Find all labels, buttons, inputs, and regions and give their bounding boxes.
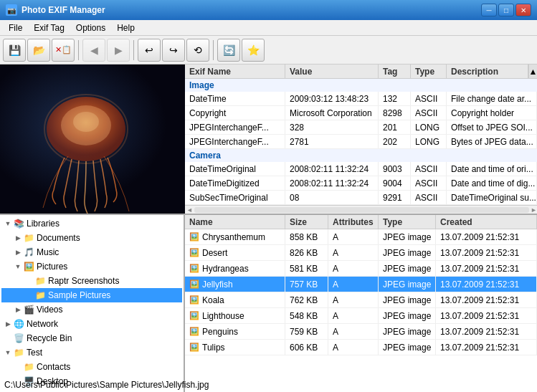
music-icon: 🎵 — [23, 247, 34, 258]
file-row[interactable]: 🖼️ Chrysanthemum 858 KB A JPEG image 13.… — [185, 229, 537, 245]
tree-label: Test — [27, 348, 42, 358]
rotate-right-button[interactable]: ↪ — [162, 39, 185, 62]
exif-desc-cell: Offset to JPEG SOI... — [447, 120, 537, 134]
expand-network[interactable]: ▶ — [3, 320, 13, 328]
file-body[interactable]: 🖼️ Chrysanthemum 858 KB A JPEG image 13.… — [185, 229, 537, 392]
file-col-type[interactable]: Type — [379, 215, 436, 229]
file-panel: Name Size Attributes Type Created 🖼️ Chr… — [185, 215, 537, 392]
menu-file[interactable]: File — [3, 21, 28, 34]
file-type-cell: JPEG image — [379, 229, 436, 244]
exif-scroll-up[interactable]: ▲ — [528, 64, 537, 78]
file-row[interactable]: 🖼️ Hydrangeas 581 KB A JPEG image 13.07.… — [185, 261, 537, 277]
tree-item-network[interactable]: ▶ 🌐 Network — [1, 317, 182, 331]
tree-item-libraries[interactable]: ▼ 📚 Libraries — [1, 216, 182, 231]
exif-name-cell: DateTimeDigitized — [185, 176, 285, 190]
sample-icon: 📁 — [34, 290, 46, 301]
exif-value-cell: 2008:02:11 11:32:24 — [285, 176, 379, 190]
open-folder-button[interactable]: 📂 — [27, 39, 50, 62]
file-name-cell: 🖼️ Chrysanthemum — [185, 229, 285, 244]
expand-libraries[interactable]: ▼ — [3, 220, 13, 227]
recycle-icon: 🗑️ — [13, 333, 24, 344]
file-header: Name Size Attributes Type Created — [185, 215, 537, 229]
expand-pictures[interactable]: ▼ — [13, 263, 23, 270]
exif-tag-cell: 132 — [379, 92, 411, 105]
exif-row-jpeg2[interactable]: JPEGInterchangeF... 2781 202 LONG Bytes … — [185, 135, 537, 149]
file-row[interactable]: 🖼️ Koala 762 KB A JPEG image 13.07.2009 … — [185, 292, 537, 308]
exif-name-cell: SubSecTimeOriginal — [185, 191, 285, 204]
exif-header: Exif Name Value Tag Type Description ▲ — [185, 64, 537, 79]
file-name-cell: 🖼️ Koala — [185, 292, 285, 307]
exif-row-dto[interactable]: DateTimeOriginal 2008:02:11 11:32:24 900… — [185, 162, 537, 176]
file-row[interactable]: 🖼️ Penguins 759 KB A JPEG image 13.07.20… — [185, 324, 537, 340]
rotate-left-button[interactable]: ↩ — [138, 39, 161, 62]
tree-item-videos[interactable]: ▶ 🎬 Videos — [1, 302, 182, 317]
exif-desc-cell: Bytes of JPEG data... — [447, 135, 537, 148]
videos-icon: 🎬 — [23, 304, 34, 315]
tree-item-recycle-bin[interactable]: ▶ 🗑️ Recycle Bin — [1, 331, 182, 345]
file-col-size[interactable]: Size — [285, 215, 328, 229]
tree-item-raptr[interactable]: ▶ 📁 Raptr Screenshots — [1, 274, 182, 288]
exif-name-cell: JPEGInterchangeF... — [185, 135, 285, 148]
toolbar-separator-2 — [133, 40, 134, 60]
prev-button[interactable]: ◀ — [82, 39, 105, 62]
tree-label: Libraries — [27, 219, 60, 229]
tree-item-test[interactable]: ▼ 📁 Test — [1, 345, 182, 360]
tree-panel[interactable]: ▼ 📚 Libraries ▶ 📁 Documents ▶ 🎵 Music ▼ … — [0, 215, 185, 392]
save-button[interactable]: 💾 — [3, 39, 26, 62]
exif-section-camera: Camera — [185, 149, 537, 162]
exif-value-cell: 2781 — [285, 135, 379, 148]
exif-desc-cell: Date and time of dig... — [447, 176, 537, 190]
tree-item-sample-pictures[interactable]: ▶ 📁 Sample Pictures — [1, 288, 182, 302]
edit-button[interactable]: ✕📋 — [52, 39, 75, 62]
file-row[interactable]: 🖼️ Lighthouse 548 KB A JPEG image 13.07.… — [185, 308, 537, 324]
reload-button[interactable]: ⟲ — [186, 39, 209, 62]
exif-row-datetime[interactable]: DateTime 2009:03:12 13:48:23 132 ASCII F… — [185, 92, 537, 106]
file-attr-cell: A — [328, 229, 379, 244]
file-name-cell: 🖼️ Penguins — [185, 324, 285, 339]
contacts-icon: 📁 — [23, 361, 34, 373]
raptr-icon: 📁 — [34, 275, 46, 287]
expand-documents[interactable]: ▶ — [13, 234, 23, 242]
close-button[interactable]: ✕ — [515, 4, 531, 16]
file-col-name[interactable]: Name — [185, 215, 285, 229]
file-row[interactable]: 🖼️ Desert 826 KB A JPEG image 13.07.2009… — [185, 245, 537, 261]
next-button[interactable]: ▶ — [107, 39, 130, 62]
exif-desc-cell: Copyright holder — [447, 106, 537, 120]
exif-hscroll[interactable]: ◄ ► — [185, 205, 537, 214]
tree-item-music[interactable]: ▶ 🎵 Music — [1, 245, 182, 259]
minimize-button[interactable]: ─ — [481, 4, 497, 16]
exif-body[interactable]: Image DateTime 2009:03:12 13:48:23 132 A… — [185, 79, 537, 205]
tree-label: Pictures — [37, 262, 67, 272]
exif-tag-cell: 8298 — [379, 106, 411, 120]
tree-item-pictures[interactable]: ▼ 🖼️ Pictures — [1, 259, 182, 274]
toolbar-separator-3 — [213, 40, 214, 60]
file-col-attr[interactable]: Attributes — [328, 215, 379, 229]
network-icon: 🌐 — [13, 318, 24, 330]
file-row[interactable]: 🖼️ Tulips 606 KB A JPEG image 13.07.2009… — [185, 340, 537, 355]
exif-col-type: Type — [411, 64, 447, 78]
test-icon: 📁 — [13, 347, 24, 358]
expand-test[interactable]: ▼ — [3, 349, 13, 356]
maximize-button[interactable]: □ — [498, 4, 514, 16]
app-title: Photo EXIF Manager — [22, 5, 105, 15]
expand-videos[interactable]: ▶ — [13, 306, 23, 313]
exif-name-cell: Copyright — [185, 106, 285, 120]
menu-exif-tag[interactable]: Exif Tag — [28, 21, 70, 34]
tree-item-contacts[interactable]: ▶ 📁 Contacts — [1, 360, 182, 374]
exif-row-dtd[interactable]: DateTimeDigitized 2008:02:11 11:32:24 90… — [185, 176, 537, 191]
exif-row-ssto[interactable]: SubSecTimeOriginal 08 9291 ASCII DateTim… — [185, 191, 537, 205]
tree-label: Music — [37, 247, 59, 257]
tree-item-documents[interactable]: ▶ 📁 Documents — [1, 231, 182, 245]
sync-button[interactable]: 🔄 — [217, 39, 240, 62]
exif-row-copyright[interactable]: Copyright Microsoft Corporation 8298 ASC… — [185, 106, 537, 120]
file-row-jellyfish[interactable]: 🖼️ Jellyfish 757 KB A JPEG image 13.07.2… — [185, 277, 537, 292]
pictures-icon: 🖼️ — [23, 261, 34, 272]
exif-panel: Exif Name Value Tag Type Description ▲ I… — [185, 64, 537, 214]
menu-options[interactable]: Options — [70, 21, 111, 34]
file-col-created[interactable]: Created — [436, 215, 537, 229]
favorite-button[interactable]: ⭐ — [242, 39, 265, 62]
expand-music[interactable]: ▶ — [13, 249, 23, 256]
menu-help[interactable]: Help — [111, 21, 141, 34]
exif-desc-cell: File change date ar... — [447, 92, 537, 105]
exif-row-jpeg1[interactable]: JPEGInterchangeF... 328 201 LONG Offset … — [185, 120, 537, 135]
